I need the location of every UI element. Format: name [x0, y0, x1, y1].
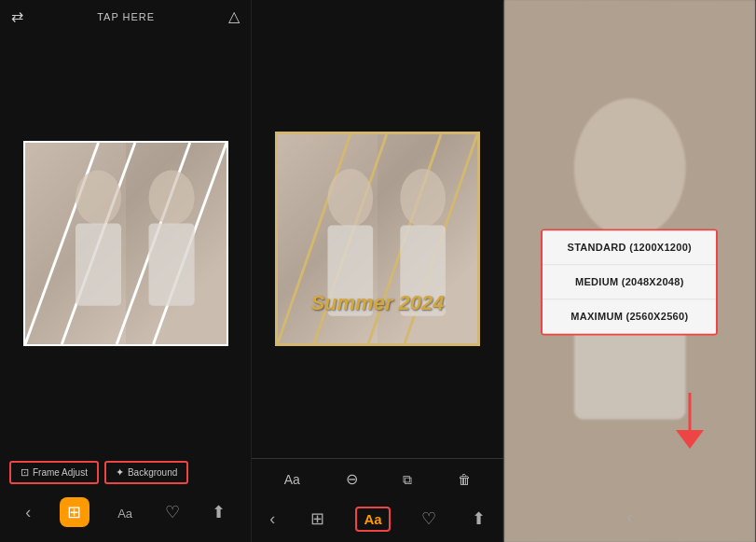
frame-adjust-button[interactable]: ⊡ Frame Adjust — [9, 461, 99, 484]
red-arrow-svg — [667, 393, 713, 449]
panel-1-nav: ‹ ⊞ Aa ♡ ⬆ — [9, 492, 241, 531]
upload-icon: △ — [228, 7, 240, 25]
panel2-share-button[interactable]: ⬆ — [468, 505, 489, 533]
dropdown-item-maximum[interactable]: MAXIMUM (2560X2560) — [543, 299, 716, 333]
panel-1: ⇄ TAP HERE △ — [0, 0, 252, 542]
svg-point-21 — [573, 98, 685, 238]
panel1-back-button[interactable]: ‹ — [21, 499, 34, 526]
svg-point-18 — [400, 169, 446, 227]
svg-marker-24 — [676, 430, 704, 449]
frame-image-2: Summer 2024 — [275, 132, 480, 346]
panel-2: Summer 2024 Aa ⊖ ⧉ 🗑 ‹ ⊞ Aa ♡ ⬆ — [252, 0, 503, 542]
panel3-back-button[interactable]: ‹ — [623, 504, 636, 531]
panel2-text-size-button[interactable]: Aa — [281, 467, 304, 492]
panel2-copy-button[interactable]: ⧉ — [399, 467, 416, 492]
dropdown-item-standard[interactable]: STANDARD (1200X1200) — [543, 230, 716, 265]
text-icon-1: Aa — [117, 507, 132, 521]
svg-point-8 — [148, 170, 194, 225]
heart-icon-2: ♡ — [421, 509, 436, 528]
frame-image-1 — [23, 141, 228, 346]
panel-3: STANDARD (1200X1200) MEDIUM (2048X2048) … — [504, 0, 756, 542]
aa-icon: Aa — [364, 511, 381, 527]
dropdown-menu: STANDARD (1200X1200) MEDIUM (2048X2048) … — [541, 229, 718, 335]
copy-icon: ⧉ — [403, 472, 412, 487]
back-icon-2: ‹ — [269, 509, 275, 528]
panel1-grid-button[interactable]: ⊞ — [60, 497, 89, 527]
back-icon-3: ‹ — [626, 507, 632, 526]
shuffle-icon: ⇄ — [11, 7, 23, 25]
tap-here-label: TAP HERE — [97, 11, 155, 22]
background-star-icon: ✦ — [116, 466, 124, 479]
panel1-heart-button[interactable]: ♡ — [161, 498, 184, 526]
grid-icon-2: ⊞ — [310, 509, 324, 528]
panel-2-toolbar: Aa ⊖ ⧉ 🗑 — [252, 458, 502, 499]
panel-1-image-area — [0, 33, 251, 453]
svg-point-6 — [76, 170, 121, 225]
svg-rect-7 — [76, 223, 121, 305]
panel2-delete-button[interactable]: 🗑 — [454, 467, 474, 492]
summer-text: Summer 2024 — [310, 291, 444, 315]
panel2-adjust-button[interactable]: ⊖ — [342, 466, 362, 492]
frame-adjust-label: Frame Adjust — [33, 467, 88, 478]
panel-1-bottom: ⊡ Frame Adjust ✦ Background ‹ ⊞ Aa ♡ ⬆ — [0, 453, 251, 542]
frame-icon: ⊡ — [21, 466, 29, 479]
panel1-share-button[interactable]: ⬆ — [208, 498, 229, 526]
diagonal-lines-1 — [25, 143, 227, 344]
grid-icon-1: ⊞ — [67, 502, 81, 522]
adjust-icon: ⊖ — [346, 471, 358, 487]
panel2-grid-button[interactable]: ⊞ — [307, 505, 328, 533]
panel-3-nav: ‹ — [504, 500, 755, 535]
share-icon-1: ⬆ — [212, 503, 226, 521]
panel-2-image-area: Summer 2024 — [252, 0, 502, 458]
dropdown-item-medium[interactable]: MEDIUM (2048X2048) — [543, 265, 716, 299]
panel2-heart-button[interactable]: ♡ — [418, 505, 440, 533]
panel2-back-button[interactable]: ‹ — [266, 506, 279, 533]
panel1-text-button[interactable]: Aa — [114, 499, 136, 526]
back-icon-1: ‹ — [25, 503, 31, 521]
text-size-icon: Aa — [284, 472, 300, 487]
background-label: Background — [128, 467, 177, 478]
svg-rect-9 — [148, 223, 194, 305]
svg-point-16 — [327, 169, 373, 227]
panel2-aa-button[interactable]: Aa — [355, 507, 390, 532]
delete-icon: 🗑 — [458, 472, 471, 487]
panel-1-header: ⇄ TAP HERE △ — [0, 0, 251, 33]
panel-2-nav: ‹ ⊞ Aa ♡ ⬆ — [252, 499, 502, 542]
heart-icon-1: ♡ — [165, 503, 180, 521]
share-icon-2: ⬆ — [472, 509, 486, 528]
background-button[interactable]: ✦ Background — [104, 461, 188, 484]
frame-bg-bar: ⊡ Frame Adjust ✦ Background — [9, 461, 241, 484]
